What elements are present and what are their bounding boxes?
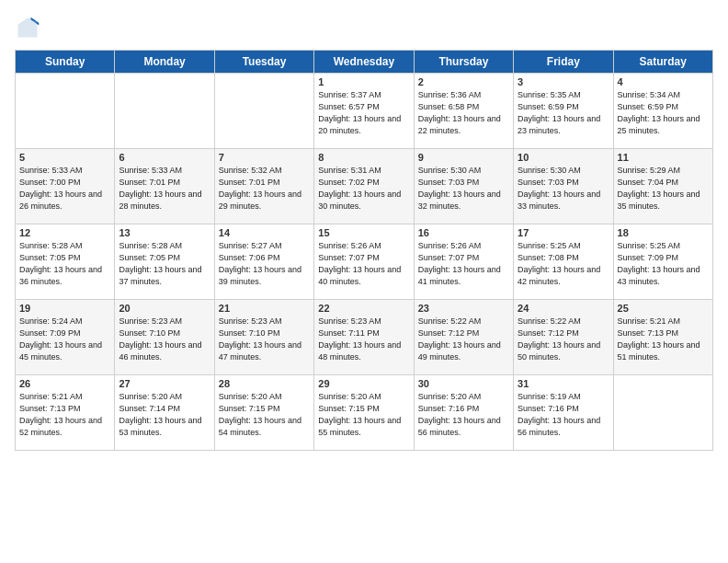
- day-header-friday: Friday: [514, 51, 613, 74]
- calendar-cell: 22Sunrise: 5:23 AMSunset: 7:11 PMDayligh…: [314, 300, 414, 375]
- calendar-cell: 17Sunrise: 5:25 AMSunset: 7:08 PMDayligh…: [514, 224, 613, 300]
- day-number: 26: [19, 378, 110, 389]
- day-number: 8: [318, 152, 409, 163]
- calendar-cell: 12Sunrise: 5:28 AMSunset: 7:05 PMDayligh…: [16, 224, 115, 300]
- cell-sunrise: Sunrise: 5:23 AM: [318, 316, 381, 326]
- cell-sunrise: Sunrise: 5:33 AM: [119, 166, 182, 175]
- calendar-cell: [613, 375, 712, 451]
- header: [15, 15, 713, 40]
- day-number: 18: [618, 227, 709, 238]
- cell-daylight: Daylight: 13 hours and 29 minutes.: [219, 190, 301, 211]
- calendar-cell: 31Sunrise: 5:19 AMSunset: 7:16 PMDayligh…: [514, 375, 613, 451]
- day-number: 21: [219, 303, 310, 314]
- cell-sunset: Sunset: 7:11 PM: [318, 328, 380, 338]
- day-header-thursday: Thursday: [414, 51, 513, 74]
- logo: [15, 15, 44, 40]
- calendar-cell: 30Sunrise: 5:20 AMSunset: 7:16 PMDayligh…: [414, 375, 513, 451]
- cell-daylight: Daylight: 13 hours and 32 minutes.: [418, 190, 501, 211]
- day-header-wednesday: Wednesday: [314, 51, 414, 74]
- cell-sunrise: Sunrise: 5:33 AM: [19, 166, 83, 175]
- day-number: 25: [618, 303, 709, 314]
- calendar-cell: 1Sunrise: 5:37 AMSunset: 6:57 PMDaylight…: [314, 74, 414, 149]
- cell-sunset: Sunset: 7:13 PM: [618, 328, 679, 338]
- calendar-cell: 19Sunrise: 5:24 AMSunset: 7:09 PMDayligh…: [16, 300, 115, 375]
- day-number: 16: [418, 227, 509, 238]
- cell-daylight: Daylight: 13 hours and 45 minutes.: [19, 340, 102, 362]
- day-number: 6: [119, 152, 210, 163]
- cell-daylight: Daylight: 13 hours and 53 minutes.: [119, 416, 201, 437]
- cell-sunset: Sunset: 7:06 PM: [219, 253, 280, 262]
- day-number: 20: [119, 303, 210, 314]
- cell-sunset: Sunset: 7:15 PM: [219, 404, 280, 413]
- day-number: 29: [318, 378, 409, 389]
- cell-sunrise: Sunrise: 5:28 AM: [119, 241, 182, 250]
- cell-sunset: Sunset: 7:08 PM: [518, 253, 579, 262]
- day-number: 24: [518, 303, 609, 314]
- day-number: 31: [518, 378, 609, 389]
- cell-daylight: Daylight: 13 hours and 42 minutes.: [518, 265, 600, 286]
- cell-daylight: Daylight: 13 hours and 22 minutes.: [418, 114, 501, 135]
- day-header-saturday: Saturday: [613, 51, 712, 74]
- cell-sunset: Sunset: 6:59 PM: [518, 102, 579, 111]
- calendar-cell: 26Sunrise: 5:21 AMSunset: 7:13 PMDayligh…: [16, 375, 115, 451]
- day-number: 10: [518, 152, 609, 163]
- calendar-cell: 15Sunrise: 5:26 AMSunset: 7:07 PMDayligh…: [314, 224, 414, 300]
- day-number: 3: [518, 76, 609, 87]
- cell-sunrise: Sunrise: 5:29 AM: [618, 166, 681, 175]
- cell-daylight: Daylight: 13 hours and 55 minutes.: [318, 416, 401, 437]
- cell-sunset: Sunset: 7:05 PM: [119, 253, 180, 262]
- calendar-cell: 4Sunrise: 5:34 AMSunset: 6:59 PMDaylight…: [613, 74, 712, 149]
- day-number: 12: [19, 227, 110, 238]
- day-header-sunday: Sunday: [16, 51, 115, 74]
- cell-daylight: Daylight: 13 hours and 23 minutes.: [518, 114, 600, 135]
- cell-sunset: Sunset: 7:09 PM: [618, 253, 679, 262]
- day-number: 7: [219, 152, 310, 163]
- day-number: 27: [119, 378, 210, 389]
- calendar-week-3: 12Sunrise: 5:28 AMSunset: 7:05 PMDayligh…: [16, 224, 713, 300]
- day-number: 30: [418, 378, 509, 389]
- day-number: 5: [19, 152, 110, 163]
- calendar-cell: 13Sunrise: 5:28 AMSunset: 7:05 PMDayligh…: [115, 224, 214, 300]
- calendar-cell: [214, 74, 313, 149]
- cell-sunset: Sunset: 7:12 PM: [518, 328, 579, 338]
- calendar-cell: 27Sunrise: 5:20 AMSunset: 7:14 PMDayligh…: [115, 375, 214, 451]
- calendar-cell: 11Sunrise: 5:29 AMSunset: 7:04 PMDayligh…: [613, 149, 712, 224]
- day-number: 23: [418, 303, 509, 314]
- calendar-week-5: 26Sunrise: 5:21 AMSunset: 7:13 PMDayligh…: [16, 375, 713, 451]
- cell-daylight: Daylight: 13 hours and 48 minutes.: [318, 340, 401, 362]
- cell-daylight: Daylight: 13 hours and 33 minutes.: [518, 190, 600, 211]
- cell-sunset: Sunset: 7:03 PM: [418, 178, 480, 187]
- cell-sunrise: Sunrise: 5:21 AM: [19, 392, 83, 401]
- cell-sunrise: Sunrise: 5:25 AM: [618, 241, 681, 250]
- cell-sunrise: Sunrise: 5:37 AM: [318, 90, 381, 99]
- header-row: SundayMondayTuesdayWednesdayThursdayFrid…: [16, 51, 713, 74]
- cell-daylight: Daylight: 13 hours and 43 minutes.: [618, 265, 700, 286]
- cell-daylight: Daylight: 13 hours and 26 minutes.: [19, 190, 102, 211]
- cell-sunrise: Sunrise: 5:20 AM: [318, 392, 381, 401]
- calendar-cell: 28Sunrise: 5:20 AMSunset: 7:15 PMDayligh…: [214, 375, 313, 451]
- cell-sunset: Sunset: 6:57 PM: [318, 102, 380, 111]
- cell-sunset: Sunset: 7:01 PM: [219, 178, 280, 187]
- day-number: 4: [618, 76, 709, 87]
- cell-sunset: Sunset: 7:02 PM: [318, 178, 380, 187]
- cell-sunrise: Sunrise: 5:20 AM: [418, 392, 482, 401]
- cell-daylight: Daylight: 13 hours and 47 minutes.: [219, 340, 301, 362]
- cell-sunset: Sunset: 7:03 PM: [518, 178, 579, 187]
- calendar-cell: [16, 74, 115, 149]
- cell-daylight: Daylight: 13 hours and 52 minutes.: [19, 416, 102, 437]
- cell-daylight: Daylight: 13 hours and 46 minutes.: [119, 340, 201, 362]
- calendar-cell: 25Sunrise: 5:21 AMSunset: 7:13 PMDayligh…: [613, 300, 712, 375]
- cell-sunrise: Sunrise: 5:27 AM: [219, 241, 282, 250]
- cell-sunset: Sunset: 7:10 PM: [119, 328, 180, 338]
- day-number: 14: [219, 227, 310, 238]
- cell-daylight: Daylight: 13 hours and 40 minutes.: [318, 265, 401, 286]
- cell-sunrise: Sunrise: 5:31 AM: [318, 166, 381, 175]
- calendar-week-1: 1Sunrise: 5:37 AMSunset: 6:57 PMDaylight…: [16, 74, 713, 149]
- calendar-cell: 29Sunrise: 5:20 AMSunset: 7:15 PMDayligh…: [314, 375, 414, 451]
- calendar-cell: 2Sunrise: 5:36 AMSunset: 6:58 PMDaylight…: [414, 74, 513, 149]
- cell-sunset: Sunset: 6:59 PM: [618, 102, 679, 111]
- cell-sunrise: Sunrise: 5:25 AM: [518, 241, 581, 250]
- day-number: 2: [418, 76, 509, 87]
- calendar-cell: 8Sunrise: 5:31 AMSunset: 7:02 PMDaylight…: [314, 149, 414, 224]
- cell-daylight: Daylight: 13 hours and 30 minutes.: [318, 190, 401, 211]
